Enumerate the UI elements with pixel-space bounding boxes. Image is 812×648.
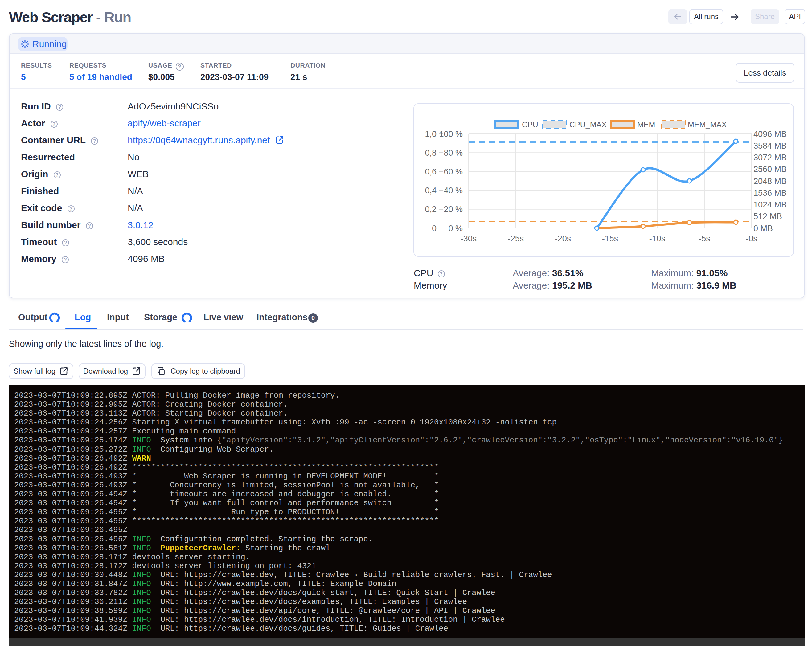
svg-text:MEM_MAX: MEM_MAX: [688, 120, 727, 129]
svg-text:512 MB: 512 MB: [753, 212, 782, 221]
svg-text:2560 MB: 2560 MB: [753, 165, 787, 174]
svg-text:0,2: 0,2: [425, 205, 437, 214]
svg-text:2048 MB: 2048 MB: [753, 177, 787, 186]
svg-text:40 %: 40 %: [444, 186, 463, 195]
svg-text:MEM: MEM: [637, 120, 655, 129]
svg-text:80 %: 80 %: [444, 148, 463, 157]
svg-text:-0s: -0s: [746, 234, 757, 243]
svg-text:0,6: 0,6: [425, 167, 437, 176]
svg-text:0: 0: [432, 224, 437, 233]
svg-text:-25s: -25s: [508, 234, 524, 243]
svg-text:-20s: -20s: [555, 234, 571, 243]
svg-text:3072 MB: 3072 MB: [753, 153, 787, 162]
svg-text:3584 MB: 3584 MB: [753, 141, 787, 151]
svg-text:4096 MB: 4096 MB: [753, 130, 787, 139]
svg-text:-15s: -15s: [602, 234, 618, 243]
svg-text:100 %: 100 %: [439, 130, 463, 139]
svg-text:CPU: CPU: [522, 120, 538, 129]
svg-text:1536 MB: 1536 MB: [753, 188, 787, 198]
svg-text:-30s: -30s: [461, 234, 477, 243]
svg-text:-5s: -5s: [699, 234, 710, 243]
svg-text:60 %: 60 %: [444, 167, 463, 176]
svg-text:20 %: 20 %: [444, 205, 463, 214]
svg-text:CPU_MAX: CPU_MAX: [569, 120, 607, 129]
svg-text:1,0: 1,0: [425, 130, 437, 139]
svg-text:-10s: -10s: [649, 234, 665, 243]
svg-text:0 MB: 0 MB: [753, 224, 773, 233]
svg-text:0,4: 0,4: [425, 186, 437, 195]
svg-text:1024 MB: 1024 MB: [753, 200, 787, 209]
svg-text:0,8: 0,8: [425, 148, 437, 157]
svg-text:0 %: 0 %: [448, 224, 463, 233]
